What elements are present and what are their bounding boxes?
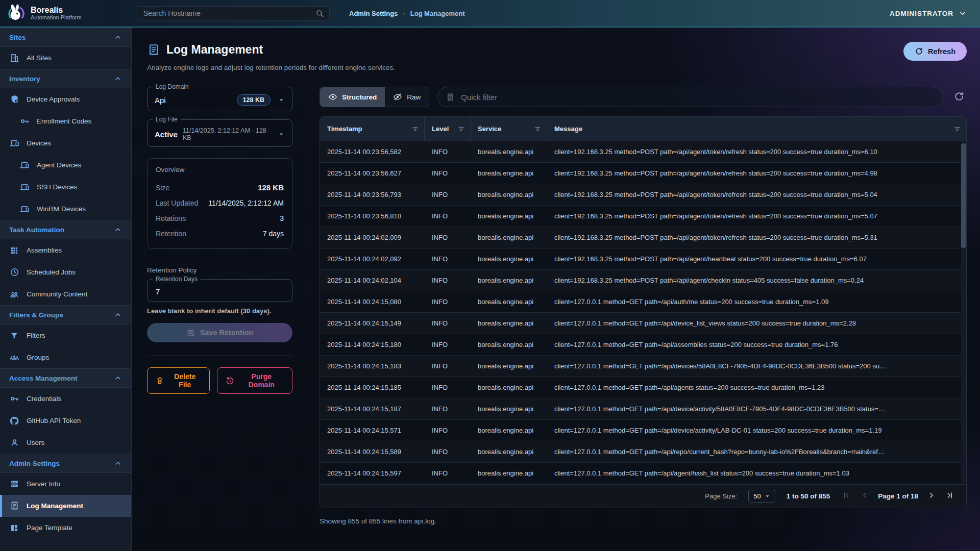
caret-down-icon [278,96,285,104]
filter-list-icon[interactable] [534,125,542,133]
table-row[interactable]: 2025-11-14 00:23:56,810 INFO borealis.en… [320,206,966,227]
sidebar-item-groups[interactable]: Groups [0,346,131,368]
cell-service: borealis.engine.api [471,234,547,241]
log-domain-label: Log Domain [153,83,192,90]
hostname-search[interactable] [137,6,330,20]
sidebar-section-sites[interactable]: Sites [0,28,131,47]
cell-level: INFO [425,384,471,391]
shield-icon [9,94,19,104]
sidebar-item-github-api-token[interactable]: GitHub API Token [0,410,131,432]
column-label: Message [554,125,582,133]
sidebar-item-community-content[interactable]: Community Content [0,283,131,305]
sidebar-item-all-sites[interactable]: All Sites [0,47,131,69]
structured-toggle[interactable]: Structured [320,87,385,107]
table-row[interactable]: 2025-11-14 00:24:15,183 INFO borealis.en… [320,356,966,377]
next-page-icon[interactable] [926,490,937,502]
previous-page-icon[interactable] [860,490,870,502]
table-row[interactable]: 2025-11-14 00:24:15,185 INFO borealis.en… [320,377,966,398]
table-row[interactable]: 2025-11-14 00:23:56,793 INFO borealis.en… [320,184,966,206]
refresh-button-label: Refresh [928,47,955,56]
log-file-select[interactable]: Log File Active 11/14/2025, 2:12:12 AM ·… [147,119,292,147]
table-row[interactable]: 2025-11-14 00:24:15,180 INFO borealis.en… [320,334,966,356]
sidebar-section-access-management[interactable]: Access Management [0,368,131,388]
retention-days-input[interactable] [155,287,285,296]
table-row[interactable]: 2025-11-14 00:24:15,571 INFO borealis.en… [320,420,966,441]
delete-file-button[interactable]: Delete File [147,367,210,394]
save-retention-button[interactable]: Save Retention [147,323,292,342]
column-header-service[interactable]: Service [471,117,547,141]
cell-service: borealis.engine.api [471,319,547,327]
sidebar-item-users[interactable]: Users [0,432,131,454]
table-row[interactable]: 2025-11-14 00:23:56,582 INFO borealis.en… [320,141,966,163]
footer-note: Showing 855 of 855 lines from api.log. [320,517,967,525]
column-header-level[interactable]: Level [425,117,471,141]
log-file-label: Log File [153,116,181,123]
first-page-icon[interactable] [841,490,851,502]
sidebar-item-winrm-devices[interactable]: WinRM Devices [0,198,131,220]
quick-filter-input[interactable] [460,92,935,102]
sidebar-item-credentials[interactable]: Credentials [0,388,131,410]
user-menu[interactable]: ADMINISTRATOR [890,9,967,17]
sidebar-item-ssh-devices[interactable]: SSH Devices [0,176,131,198]
sidebar-item-filters[interactable]: Filters [0,324,131,346]
scrollbar-thumb[interactable] [961,143,966,248]
raw-toggle[interactable]: Raw [385,87,429,107]
refresh-button[interactable]: Refresh [903,42,967,61]
sidebar-item-scheduled-jobs[interactable]: Scheduled Jobs [0,261,131,283]
devices-icon [19,160,30,170]
column-header-message[interactable]: Message [547,117,966,141]
table-scrollbar[interactable] [961,141,966,484]
sidebar-section-admin-settings[interactable]: Admin Settings [0,454,131,473]
brand-tagline: Automation Platform [31,14,82,21]
topbar: Borealis Automation Platform Admin Setti… [0,0,980,28]
page-size-select[interactable]: 50 [748,490,775,503]
table-row[interactable]: 2025-11-14 00:24:15,149 INFO borealis.en… [320,313,966,334]
table-row[interactable]: 2025-11-14 00:24:02,009 INFO borealis.en… [320,227,966,248]
sidebar-item-label: GitHub API Token [27,417,81,424]
purge-domain-button[interactable]: Purge Domain [217,367,292,394]
sidebar-item-agent-devices[interactable]: Agent Devices [0,154,131,176]
sidebar-section-task-automation[interactable]: Task Automation [0,220,131,239]
sidebar-section-inventory[interactable]: Inventory [0,69,131,88]
table-row[interactable]: 2025-11-14 00:24:02,104 INFO borealis.en… [320,270,966,291]
quick-filter[interactable] [437,87,943,107]
sidebar-item-server-info[interactable]: Server Info [0,473,131,495]
sidebar-item-page-template[interactable]: Page Template [0,517,131,539]
breadcrumb: Admin Settings › Log Management [349,10,465,17]
search-icon [315,9,324,18]
sidebar-item-label: Enrollment Codes [37,117,91,125]
cell-level: INFO [425,341,471,348]
table-row[interactable]: 2025-11-14 00:24:15,080 INFO borealis.en… [320,291,966,313]
sidebar-item-log-management[interactable]: Log Management [0,495,131,517]
sidebar-item-device-approvals[interactable]: Device Approvals [0,88,131,110]
retention-days-field: Retention Days [147,279,292,302]
cell-service: borealis.engine.api [471,148,547,156]
filter-list-icon[interactable] [953,125,961,133]
cell-level: INFO [425,469,471,477]
chevron-up-icon [114,74,122,83]
sidebar-item-enrollment-codes[interactable]: Enrollment Codes [0,110,131,132]
breadcrumb-log-management[interactable]: Log Management [410,10,465,17]
sidebar-item-devices[interactable]: Devices [0,132,131,154]
table-refresh-icon[interactable] [951,89,967,106]
cell-timestamp: 2025-11-14 00:24:15,187 [320,405,425,413]
filter-list-icon[interactable] [411,125,419,133]
cell-message: client=127.0.0.1 method=GET path=/api/de… [547,427,966,434]
table-row[interactable]: 2025-11-14 00:24:15,187 INFO borealis.en… [320,398,966,420]
sidebar-item-assemblies[interactable]: Assemblies [0,239,131,261]
sidebar-section-filters-groups[interactable]: Filters & Groups [0,305,131,324]
table-row[interactable]: 2025-11-14 00:24:15,597 INFO borealis.en… [320,463,966,484]
cell-message: client=127.0.0.1 method=GET path=/api/de… [547,362,966,370]
cell-timestamp: 2025-11-14 00:24:02,009 [320,234,425,241]
breadcrumb-admin-settings[interactable]: Admin Settings [349,10,398,17]
log-domain-select[interactable]: Log Domain Api 128 KB [147,87,292,111]
cell-message: client=192.168.3.25 method=POST path=/ap… [547,277,966,284]
last-page-icon[interactable] [945,490,955,502]
cell-message: client=127.0.0.1 method=GET path=/api/ag… [547,384,966,391]
search-input[interactable] [142,9,315,18]
table-row[interactable]: 2025-11-14 00:24:15,589 INFO borealis.en… [320,441,966,463]
column-header-timestamp[interactable]: Timestamp [320,117,425,141]
table-row[interactable]: 2025-11-14 00:24:02,092 INFO borealis.en… [320,248,966,270]
filter-list-icon[interactable] [457,125,465,133]
table-row[interactable]: 2025-11-14 00:23:56,627 INFO borealis.en… [320,163,966,184]
